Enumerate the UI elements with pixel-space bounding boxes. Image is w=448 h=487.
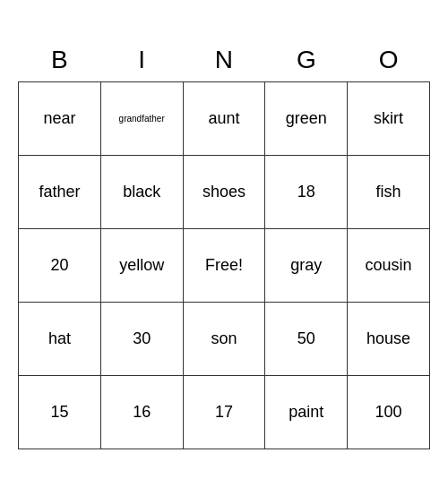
bingo-header-row: BINGO xyxy=(19,38,430,82)
header-letter-n: N xyxy=(183,38,265,82)
bingo-card: BINGO neargrandfatherauntgreenskirtfathe… xyxy=(18,38,430,450)
header-letter-g: G xyxy=(265,38,348,82)
bingo-cell-4-1: 16 xyxy=(100,376,183,449)
bingo-cell-2-2: Free! xyxy=(183,229,265,303)
bingo-cell-4-4: 100 xyxy=(348,376,430,449)
bingo-cell-2-4: cousin xyxy=(348,229,430,303)
bingo-cell-2-0: 20 xyxy=(19,229,101,303)
bingo-cell-3-4: house xyxy=(348,303,430,376)
bingo-cell-2-1: yellow xyxy=(100,229,183,303)
bingo-cell-2-3: gray xyxy=(265,229,348,303)
bingo-cell-3-0: hat xyxy=(19,303,101,376)
header-letter-b: B xyxy=(19,38,101,82)
bingo-row-4: 151617paint100 xyxy=(19,376,430,449)
bingo-cell-1-3: 18 xyxy=(265,156,348,229)
bingo-cell-3-1: 30 xyxy=(100,303,183,376)
bingo-cell-0-3: green xyxy=(265,82,348,156)
header-letter-o: O xyxy=(348,38,430,82)
bingo-cell-0-2: aunt xyxy=(183,82,265,156)
bingo-cell-4-3: paint xyxy=(265,376,348,449)
bingo-cell-1-4: fish xyxy=(348,156,430,229)
bingo-cell-3-2: son xyxy=(183,303,265,376)
bingo-cell-0-0: near xyxy=(19,82,101,156)
bingo-cell-4-0: 15 xyxy=(19,376,101,449)
header-letter-i: I xyxy=(100,38,183,82)
bingo-cell-1-1: black xyxy=(100,156,183,229)
bingo-cell-0-1: grandfather xyxy=(100,82,183,156)
bingo-cell-1-2: shoes xyxy=(183,156,265,229)
bingo-row-1: fatherblackshoes18fish xyxy=(19,156,430,229)
bingo-cell-1-0: father xyxy=(19,156,101,229)
bingo-cell-4-2: 17 xyxy=(183,376,265,449)
bingo-row-3: hat30son50house xyxy=(19,303,430,376)
bingo-cell-0-4: skirt xyxy=(348,82,430,156)
bingo-row-2: 20yellowFree!graycousin xyxy=(19,229,430,303)
bingo-row-0: neargrandfatherauntgreenskirt xyxy=(19,82,430,156)
bingo-cell-3-3: 50 xyxy=(265,303,348,376)
